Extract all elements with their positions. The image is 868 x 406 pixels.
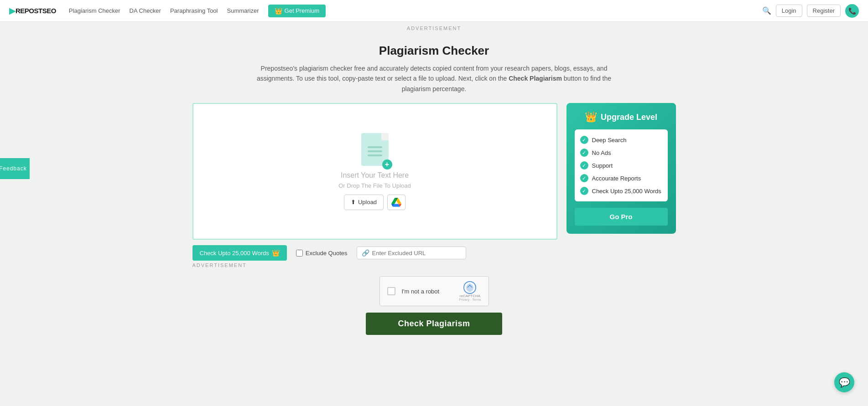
doc-lines: [368, 146, 382, 156]
navbar: ▶ REPOSTSEO Plagiarism Checker DA Checke…: [0, 0, 868, 22]
feature-no-ads: ✓ No Ads: [580, 149, 662, 157]
feature-deep-search: ✓ Deep Search: [580, 136, 662, 144]
check-icon-1: ✓: [580, 136, 588, 144]
feature-label-1: Deep Search: [592, 137, 627, 144]
logo-r: ▶: [9, 6, 16, 16]
excluded-url-wrapper: 🔗: [357, 247, 466, 259]
phone-button[interactable]: 📞: [845, 4, 859, 18]
exclude-quotes-text: Exclude Quotes: [306, 250, 348, 257]
feedback-label: Feedback: [0, 165, 27, 172]
recaptcha-brand: reCAPTCHA: [460, 294, 480, 298]
site-logo[interactable]: ▶ REPOSTSEO: [9, 6, 56, 16]
feature-support: ✓ Support: [580, 161, 662, 170]
feature-label-4: Accourate Reports: [592, 175, 641, 182]
text-input-area[interactable]: + Insert Your Text Here Or Drop The File…: [192, 103, 557, 240]
upload-button[interactable]: ⬆ Upload: [344, 195, 384, 210]
feature-25k-words: ✓ Check Upto 25,000 Words: [580, 187, 662, 195]
captcha-label: I'm not a robot: [402, 288, 453, 295]
feature-accurate-reports: ✓ Accourate Reports: [580, 174, 662, 182]
check-icon-3: ✓: [580, 161, 588, 170]
page-title: Plagiarism Checker: [192, 44, 676, 58]
nav-right: 🔍 Login Register 📞: [762, 4, 859, 18]
main-container: Plagiarism Checker Prepostseo's plagiari…: [183, 35, 685, 353]
doc-line-1: [368, 146, 382, 148]
words-crown-icon: 👑: [272, 249, 280, 257]
check-icon-2: ✓: [580, 149, 588, 157]
upgrade-title-text: Upgrade Level: [601, 113, 657, 122]
upgrade-panel: 👑 Upgrade Level ✓ Deep Search ✓ No Ads ✓…: [567, 103, 676, 234]
get-premium-button[interactable]: 👑 Get Premium: [268, 5, 326, 17]
upload-buttons: ⬆ Upload: [344, 195, 405, 210]
gdrive-icon: [391, 197, 401, 207]
captcha-box: I'm not a robot reCAPTCHA Privacy - Term…: [379, 276, 489, 306]
feedback-tab[interactable]: 💬 Feedback: [0, 158, 30, 179]
search-icon[interactable]: 🔍: [762, 6, 771, 15]
check-words-label: Check Upto 25,000 Words: [200, 250, 269, 257]
drop-text-label: Or Drop The File To Upload: [338, 182, 411, 189]
nav-da-checker[interactable]: DA Checker: [130, 7, 161, 14]
nav-plagiarism-checker[interactable]: Plagiarism Checker: [69, 7, 120, 14]
exclude-quotes-label: Exclude Quotes: [296, 250, 348, 257]
nav-links: Plagiarism Checker DA Checker Paraphrasi…: [69, 5, 762, 17]
nav-paraphrasing-tool[interactable]: Paraphrasing Tool: [170, 7, 218, 14]
doc-line-2: [368, 150, 382, 152]
insert-text-label: Insert Your Text Here: [341, 171, 409, 180]
check-icon-5: ✓: [580, 187, 588, 195]
upgrade-crown-icon: 👑: [585, 111, 597, 123]
go-pro-button[interactable]: Go Pro: [575, 208, 668, 226]
upload-label: Upload: [358, 199, 377, 206]
recaptcha-icon: [463, 281, 476, 294]
feature-label-3: Support: [592, 162, 613, 169]
premium-label: Get Premium: [285, 7, 320, 14]
feature-label-2: No Ads: [592, 149, 611, 156]
ad-banner-top: ADVERTISEMENT: [0, 22, 868, 35]
upgrade-title: 👑 Upgrade Level: [575, 111, 668, 123]
check-icon-4: ✓: [580, 174, 588, 182]
ad-row-mid: ADVERTISEMENT: [192, 262, 676, 268]
recaptcha-sub: Privacy - Terms: [459, 298, 481, 301]
check-btn-row: Check Plagiarism: [192, 313, 676, 335]
premium-crown-icon: 👑: [275, 7, 282, 15]
content-row: + Insert Your Text Here Or Drop The File…: [192, 103, 676, 240]
upload-icon-wrapper: +: [361, 133, 389, 166]
plus-icon: +: [382, 159, 392, 170]
feature-label-5: Check Upto 25,000 Words: [592, 188, 661, 195]
upload-arrow-icon: ⬆: [351, 199, 356, 206]
upgrade-features: ✓ Deep Search ✓ No Ads ✓ Support ✓ Accou…: [575, 129, 668, 201]
excluded-url-input[interactable]: [372, 250, 461, 257]
check-plagiarism-button[interactable]: Check Plagiarism: [366, 313, 502, 335]
captcha-row: I'm not a robot reCAPTCHA Privacy - Term…: [192, 276, 676, 306]
check-words-button[interactable]: Check Upto 25,000 Words 👑: [192, 245, 287, 261]
register-button[interactable]: Register: [807, 5, 841, 17]
options-row: Check Upto 25,000 Words 👑 Exclude Quotes…: [192, 245, 676, 261]
description-bold: Check Plagiarism: [509, 75, 562, 82]
recaptcha-logo: reCAPTCHA Privacy - Terms: [459, 281, 481, 301]
exclude-quotes-checkbox[interactable]: [296, 250, 303, 257]
login-button[interactable]: Login: [776, 5, 802, 17]
link-icon: 🔗: [362, 249, 369, 257]
phone-icon: 📞: [848, 7, 856, 15]
doc-line-3: [368, 154, 382, 156]
page-description: Prepostseo's plagiarism checker free and…: [256, 63, 612, 94]
captcha-checkbox[interactable]: [387, 287, 395, 295]
nav-summarizer[interactable]: Summarizer: [227, 7, 259, 14]
logo-text: REPOSTSEO: [16, 7, 56, 15]
google-drive-button[interactable]: [387, 195, 405, 210]
